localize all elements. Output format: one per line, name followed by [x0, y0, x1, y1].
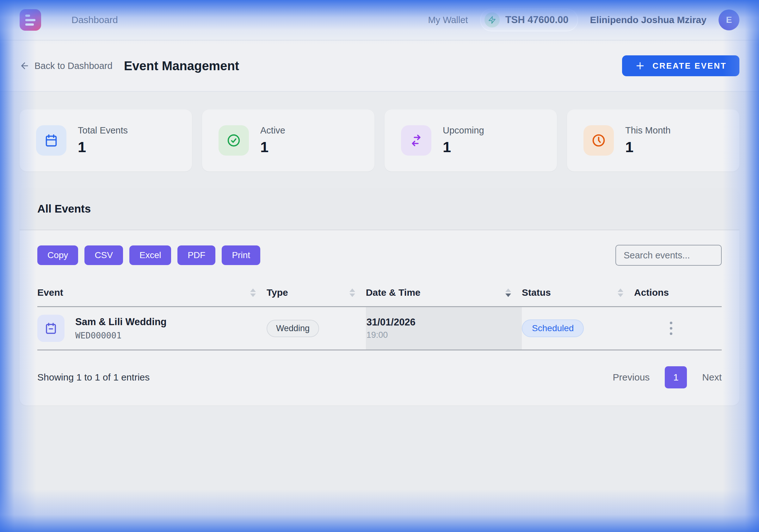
column-header-type[interactable]: Type: [266, 280, 366, 307]
excel-button[interactable]: Excel: [129, 245, 171, 265]
back-link-label: Back to Dashboard: [34, 61, 113, 71]
bolt-icon: [485, 12, 500, 27]
event-name: Sam & Lili Wedding: [75, 316, 167, 328]
app-logo-icon[interactable]: [20, 9, 41, 31]
topbar-dashboard-link[interactable]: Dashboard: [71, 15, 118, 25]
current-page-button[interactable]: 1: [665, 366, 687, 389]
plus-icon: [635, 61, 646, 71]
brand: Dashboard: [20, 9, 118, 31]
table-header-row: Event Type Date & Time Status: [37, 280, 722, 307]
event-type-badge: Wedding: [266, 320, 319, 337]
wallet-balance-pill[interactable]: TSH 47600.00: [480, 9, 578, 31]
pdf-button[interactable]: PDF: [178, 245, 215, 265]
topnav: My Wallet TSH 47600.00 Elinipendo Joshua…: [428, 9, 739, 31]
table-row[interactable]: Sam & Lili Wedding WED000001 Wedding 31/…: [37, 307, 722, 350]
pagination: Previous 1 Next: [613, 366, 722, 389]
events-table: Event Type Date & Time Status: [37, 280, 722, 350]
create-event-label: CREATE EVENT: [653, 61, 727, 71]
sort-icon: [250, 288, 256, 297]
column-header-date-time[interactable]: Date & Time: [366, 280, 522, 307]
page-title: Event Management: [124, 59, 239, 73]
previous-page-button[interactable]: Previous: [613, 372, 650, 383]
stat-label: This Month: [625, 125, 670, 136]
panel-body: Copy CSV Excel PDF Print Event T: [20, 230, 739, 405]
stat-value: 1: [443, 138, 484, 156]
csv-button[interactable]: CSV: [84, 245, 123, 265]
entries-summary: Showing 1 to 1 of 1 entries: [37, 372, 150, 383]
topbar: Dashboard My Wallet TSH 47600.00 Elinipe…: [0, 0, 759, 40]
stats-row: Total Events 1 Active 1 Upcoming 1: [0, 92, 759, 171]
calendar-icon: [37, 315, 64, 342]
stat-label: Total Events: [78, 125, 128, 136]
avatar[interactable]: E: [719, 10, 739, 30]
user-name[interactable]: Elinipendo Joshua Mziray: [590, 15, 706, 25]
row-actions-kebab-icon[interactable]: [668, 320, 674, 337]
next-page-button[interactable]: Next: [702, 372, 722, 383]
create-event-button[interactable]: CREATE EVENT: [622, 55, 739, 76]
print-button[interactable]: Print: [222, 245, 260, 265]
status-badge: Scheduled: [522, 319, 584, 337]
panel-title: All Events: [37, 202, 722, 215]
stat-label: Active: [260, 125, 285, 136]
column-header-actions: Actions: [634, 280, 722, 307]
event-cell: Sam & Lili Wedding WED000001: [37, 315, 266, 342]
event-date: 31/01/2026: [367, 317, 522, 328]
stat-value: 1: [78, 138, 128, 156]
stat-value: 1: [260, 138, 285, 156]
wallet-balance: TSH 47600.00: [505, 14, 569, 25]
back-to-dashboard-link[interactable]: Back to Dashboard: [20, 61, 113, 71]
my-wallet-link[interactable]: My Wallet: [428, 15, 468, 25]
sort-icon: [618, 288, 623, 297]
sort-icon-active-desc: [505, 288, 511, 297]
all-events-panel: All Events Copy CSV Excel PDF Print Even…: [20, 188, 739, 405]
event-time: 19:00: [367, 330, 522, 340]
stat-card-total-events: Total Events 1: [20, 109, 192, 171]
column-header-status[interactable]: Status: [522, 280, 634, 307]
stat-value: 1: [625, 138, 670, 156]
page-header: Back to Dashboard Event Management CREAT…: [0, 40, 759, 92]
check-circle-icon: [219, 125, 249, 156]
date-time-cell: 31/01/2026 19:00: [366, 307, 522, 350]
stat-card-this-month: This Month 1: [567, 109, 739, 171]
sort-icon: [349, 288, 355, 297]
calendar-icon: [36, 125, 66, 156]
event-code: WED000001: [75, 331, 167, 340]
table-toolbar: Copy CSV Excel PDF Print: [37, 245, 722, 266]
stat-card-upcoming: Upcoming 1: [384, 109, 557, 171]
copy-button[interactable]: Copy: [37, 245, 78, 265]
search-input[interactable]: [616, 245, 722, 266]
stat-card-active: Active 1: [202, 109, 375, 171]
swap-arrows-icon: [401, 125, 431, 156]
table-footer: Showing 1 to 1 of 1 entries Previous 1 N…: [37, 366, 722, 389]
clock-icon: [583, 125, 614, 156]
column-header-event[interactable]: Event: [37, 280, 266, 307]
arrow-left-icon: [20, 61, 30, 71]
panel-header: All Events: [20, 188, 739, 230]
stat-label: Upcoming: [443, 125, 484, 136]
export-buttons: Copy CSV Excel PDF Print: [37, 245, 260, 265]
